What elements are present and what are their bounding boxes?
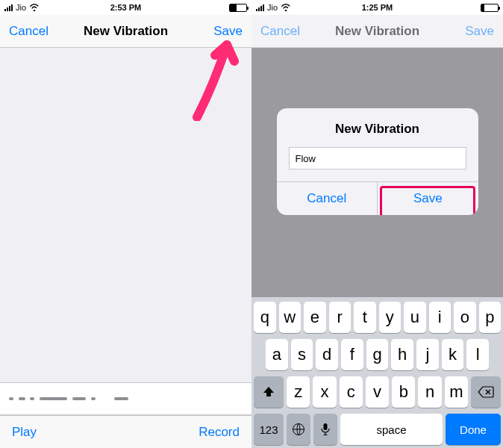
key-n[interactable]: n [418, 376, 441, 408]
vibration-name-field[interactable] [289, 147, 466, 169]
alert-save-button[interactable]: Save [377, 182, 478, 215]
status-bar: Jio 1:25 PM [251, 0, 503, 15]
device-left-new-vibration: Jio 2:53 PM Cancel New Vibration Save [0, 0, 251, 448]
save-alert: New Vibration Cancel Save [277, 108, 478, 215]
key-l[interactable]: l [466, 339, 489, 370]
key-dictation[interactable] [313, 414, 337, 445]
clock: 1:25 PM [362, 3, 393, 12]
record-button[interactable]: Record [199, 425, 240, 440]
page-title: New Vibration [84, 24, 168, 39]
signal-icon [256, 4, 264, 11]
nav-bar: Cancel New Vibration Save [251, 15, 503, 48]
keyboard: q w e r t y u i o p a s d f g h j k l [251, 297, 503, 448]
key-globe[interactable] [287, 414, 310, 445]
battery-icon [481, 4, 499, 12]
key-v[interactable]: v [366, 376, 389, 408]
mic-icon [321, 423, 330, 436]
status-bar: Jio 2:53 PM [0, 0, 251, 15]
cancel-button[interactable]: Cancel [260, 24, 300, 39]
device-right-save-dialog: Jio 1:25 PM Cancel New Vibration Save Ne… [251, 0, 503, 448]
wifi-icon [281, 4, 291, 11]
key-h[interactable]: h [391, 339, 413, 370]
save-button[interactable]: Save [213, 24, 243, 39]
clock: 2:53 PM [110, 3, 142, 12]
vibration-pattern [0, 382, 251, 415]
key-space[interactable]: space [340, 414, 443, 445]
key-i[interactable]: i [429, 302, 452, 333]
carrier-label: Jio [267, 3, 278, 12]
keyboard-row-3: z x c v b n m [254, 376, 501, 408]
key-d[interactable]: d [316, 339, 338, 370]
key-123[interactable]: 123 [254, 414, 284, 445]
globe-icon [292, 423, 305, 436]
pattern-track [9, 397, 243, 400]
page-title: New Vibration [335, 24, 419, 39]
play-button[interactable]: Play [12, 425, 37, 440]
bottom-toolbar: Play Record [0, 415, 251, 448]
key-t[interactable]: t [354, 302, 376, 333]
key-m[interactable]: m [445, 376, 468, 408]
alert-cancel-button[interactable]: Cancel [277, 182, 378, 215]
cancel-button[interactable]: Cancel [9, 24, 49, 39]
key-c[interactable]: c [340, 376, 363, 408]
signal-icon [4, 4, 13, 11]
carrier-label: Jio [16, 3, 26, 12]
nav-bar: Cancel New Vibration Save [0, 15, 251, 48]
vibration-canvas[interactable] [0, 48, 251, 382]
alert-title: New Vibration [277, 108, 478, 147]
svg-rect-1 [324, 423, 328, 430]
key-r[interactable]: r [329, 302, 352, 333]
key-q[interactable]: q [254, 302, 276, 333]
key-done[interactable]: Done [446, 414, 501, 445]
key-y[interactable]: y [379, 302, 402, 333]
key-e[interactable]: e [304, 302, 326, 333]
battery-icon [229, 4, 247, 12]
save-button[interactable]: Save [465, 24, 494, 39]
key-w[interactable]: w [279, 302, 302, 333]
key-g[interactable]: g [366, 339, 389, 370]
keyboard-row-1: q w e r t y u i o p [254, 302, 501, 333]
backspace-icon [478, 386, 494, 398]
wifi-icon [29, 4, 40, 11]
key-o[interactable]: o [454, 302, 476, 333]
key-z[interactable]: z [287, 376, 310, 408]
key-j[interactable]: j [416, 339, 439, 370]
key-u[interactable]: u [404, 302, 426, 333]
key-k[interactable]: k [442, 339, 464, 370]
key-p[interactable]: p [479, 302, 502, 333]
shift-icon [262, 385, 275, 399]
key-x[interactable]: x [313, 376, 336, 408]
keyboard-row-4: 123 space Done [254, 414, 501, 445]
keyboard-row-2: a s d f g h j k l [254, 339, 501, 370]
key-a[interactable]: a [266, 339, 288, 370]
key-shift[interactable] [254, 376, 284, 408]
key-backspace[interactable] [471, 376, 501, 408]
key-b[interactable]: b [392, 376, 415, 408]
key-f[interactable]: f [341, 339, 363, 370]
key-s[interactable]: s [291, 339, 313, 370]
